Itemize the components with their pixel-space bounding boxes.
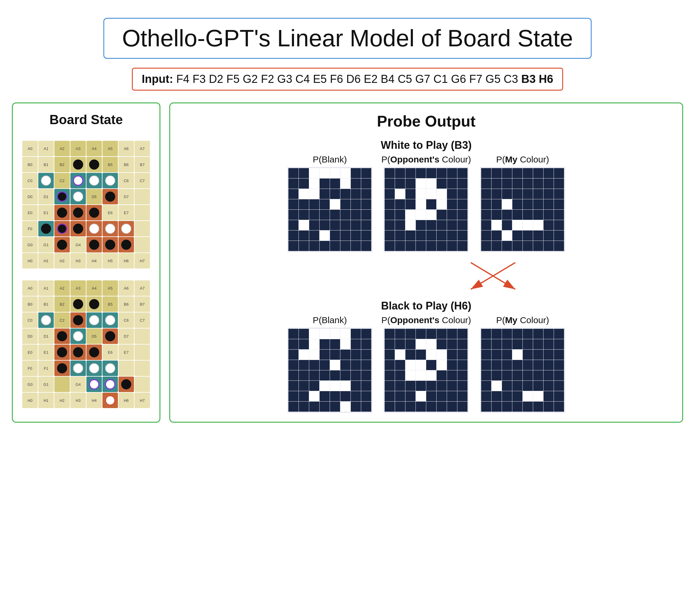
probe-blank-container-top: P(Blank) bbox=[287, 154, 372, 252]
board-cell: A5 bbox=[102, 280, 118, 296]
board-cell: B2 bbox=[54, 157, 70, 172]
probe-pixel bbox=[299, 210, 309, 220]
board-cell: H7 bbox=[135, 393, 150, 408]
board-cell bbox=[86, 312, 102, 328]
probe-pixel bbox=[554, 381, 564, 391]
probe-pixel bbox=[481, 210, 491, 220]
board-cell: A4 bbox=[86, 280, 102, 296]
probe-pixel bbox=[481, 220, 491, 230]
probe-pixel bbox=[385, 210, 395, 220]
board-cell bbox=[135, 361, 150, 376]
probe-pixel bbox=[502, 178, 512, 189]
board-cell bbox=[102, 173, 118, 188]
probe-pixel bbox=[502, 210, 512, 220]
board-state-title: Board State bbox=[50, 112, 123, 127]
board-cell: G0 bbox=[22, 377, 38, 392]
probe-pixel bbox=[512, 370, 522, 380]
board-cell: G4 bbox=[70, 237, 86, 253]
probe-pixel bbox=[405, 178, 416, 189]
board-cell bbox=[70, 173, 86, 188]
probe-pixel bbox=[426, 370, 436, 380]
probe-pixel bbox=[361, 339, 371, 349]
input-label: Input: bbox=[142, 73, 173, 85]
probe-pixel bbox=[361, 370, 371, 380]
probe-pixel bbox=[299, 391, 309, 401]
probe-pixel bbox=[492, 349, 502, 360]
probe-pixel bbox=[512, 178, 522, 189]
probe-pixel bbox=[447, 339, 457, 349]
probe-pixel bbox=[523, 381, 533, 391]
probe-pixel bbox=[447, 220, 457, 230]
probe-pixel bbox=[544, 401, 554, 412]
probe-pixel bbox=[309, 220, 319, 230]
board-cell: E1 bbox=[38, 205, 54, 220]
probe-opponent-label-bottom: P(Opponent's Colour) bbox=[382, 315, 471, 325]
probe-pixel bbox=[544, 168, 554, 178]
probe-pixel bbox=[361, 189, 371, 199]
probe-pixel bbox=[481, 241, 491, 251]
probe-pixel bbox=[320, 370, 330, 380]
board-cell bbox=[102, 189, 118, 204]
probe-pixel bbox=[340, 178, 351, 189]
probe-pixel bbox=[533, 199, 543, 209]
board-cell bbox=[102, 393, 118, 408]
probe-pixel bbox=[361, 220, 371, 230]
probe-pixel bbox=[533, 178, 543, 189]
board-cell bbox=[135, 221, 150, 236]
probe-pixel bbox=[416, 220, 426, 230]
probe-pixel bbox=[554, 210, 564, 220]
probe-pixel bbox=[299, 168, 309, 178]
probe-blank-label-top: P(Blank) bbox=[313, 154, 347, 165]
probe-pixel bbox=[437, 329, 447, 339]
board-cell bbox=[102, 237, 118, 253]
board-cell: C0 bbox=[22, 312, 38, 328]
probe-pixel bbox=[288, 168, 299, 178]
probe-pixel bbox=[320, 401, 330, 412]
probe-pixel bbox=[437, 210, 447, 220]
title-box: Othello-GPT's Linear Model of Board Stat… bbox=[103, 18, 592, 59]
probe-pixel bbox=[544, 349, 554, 360]
probe-pixel bbox=[288, 381, 299, 391]
probe-black-row: Black to Play (H6) P(Blank) P(Opponent's… bbox=[182, 300, 670, 413]
probe-pixel bbox=[437, 189, 447, 199]
probe-pixel bbox=[351, 168, 361, 178]
probe-pixel bbox=[330, 210, 340, 220]
probe-pixel bbox=[554, 349, 564, 360]
probe-pixel bbox=[447, 199, 457, 209]
probe-pixel bbox=[309, 349, 319, 360]
probe-pixel bbox=[544, 199, 554, 209]
probe-pixel bbox=[523, 178, 533, 189]
probe-pixel bbox=[457, 241, 468, 251]
probe-white-label: White bbox=[381, 139, 410, 151]
page-title: Othello-GPT's Linear Model of Board Stat… bbox=[122, 25, 573, 51]
probe-pixel bbox=[320, 178, 330, 189]
probe-pixel bbox=[426, 168, 436, 178]
board-cell: A1 bbox=[38, 141, 54, 156]
probe-pixel bbox=[512, 391, 522, 401]
board-cell: D7 bbox=[119, 189, 134, 204]
probe-pixel bbox=[502, 230, 512, 241]
probe-pixel bbox=[330, 401, 340, 412]
probe-pixel bbox=[523, 339, 533, 349]
board-cell: B0 bbox=[22, 296, 38, 312]
probe-pixel bbox=[340, 230, 351, 241]
probe-pixel bbox=[395, 401, 405, 412]
probe-pixel bbox=[351, 391, 361, 401]
probe-blank-grid-top bbox=[287, 167, 372, 252]
board-cell bbox=[119, 377, 134, 392]
probe-pixel bbox=[405, 391, 416, 401]
probe-pixel bbox=[481, 230, 491, 241]
probe-pixel bbox=[320, 329, 330, 339]
probe-pixel bbox=[299, 241, 309, 251]
board-cell: A1 bbox=[38, 280, 54, 296]
board-cell bbox=[86, 361, 102, 376]
probe-pixel bbox=[447, 210, 457, 220]
probe-pixel bbox=[395, 230, 405, 241]
probe-pixel bbox=[385, 178, 395, 189]
probe-pixel bbox=[340, 349, 351, 360]
board-cell bbox=[86, 205, 102, 220]
probe-pixel bbox=[523, 349, 533, 360]
probe-pixel bbox=[544, 381, 554, 391]
probe-pixel bbox=[416, 189, 426, 199]
probe-my-grid-top bbox=[480, 167, 565, 252]
